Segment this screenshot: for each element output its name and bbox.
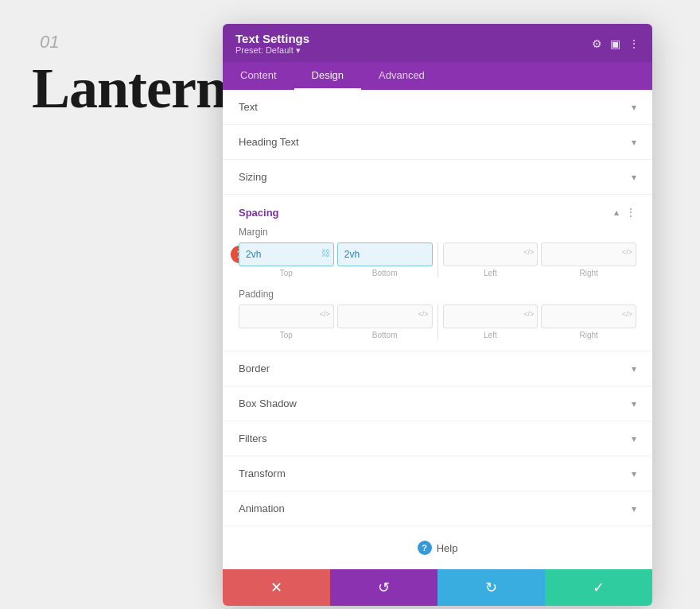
margin-fields: 1 ⛓ Top Bottom [239,242,636,277]
section-text[interactable]: Text ▾ [223,90,652,125]
margin-bottom-sublabel: Bottom [372,269,398,277]
page-number: 01 [40,32,59,52]
margin-top-input[interactable] [239,242,334,266]
section-border[interactable]: Border ▾ [223,351,652,386]
modal-header-icons: ⚙ ▣ ⋮ [592,37,640,50]
page-heading: Lanterns [32,56,248,122]
section-border-label: Border [239,363,270,374]
padding-bottom-wrap: </> Bottom [337,304,433,339]
padding-label: Padding [239,289,636,300]
margin-bottom-input[interactable] [337,242,433,266]
margin-right-wrap: </> Right [541,242,636,277]
margin-left-sublabel: Left [484,269,497,277]
save-button[interactable]: ✓ [545,569,652,606]
chevron-boxshadow-icon: ▾ [632,398,636,409]
section-filters-label: Filters [239,433,266,444]
chevron-animation-icon: ▾ [632,503,636,514]
help-row[interactable]: ? Help [223,526,652,569]
tab-advanced[interactable]: Advanced [361,62,442,90]
margin-top-wrap: ⛓ Top [239,242,334,277]
code-icon-pad-left: </> [523,310,534,318]
modal-title: Text Settings [235,32,309,45]
margin-divider [438,242,438,277]
modal-footer: ✕ ↺ ↻ ✓ [223,569,652,606]
section-box-shadow[interactable]: Box Shadow ▾ [223,386,652,421]
section-transform-label: Transform [239,467,286,479]
code-icon-pad-right: </> [622,310,632,318]
section-transform[interactable]: Transform ▾ [223,456,652,491]
padding-left-right-pair: </> Left </> Right [443,304,637,339]
margin-top-sublabel: Top [280,269,293,277]
chevron-transform-icon: ▾ [632,468,636,479]
section-filters[interactable]: Filters ▾ [223,421,652,456]
padding-top-bottom-pair: </> Top </> Bottom [239,304,433,339]
padding-fields: </> Top </> Bottom [239,304,636,339]
padding-left-sublabel: Left [484,331,497,339]
code-icon-pad-top: </> [320,310,330,318]
section-animation-label: Animation [239,502,285,514]
margin-bottom-wrap: Bottom [337,242,433,277]
tab-design[interactable]: Design [294,62,361,90]
undo-button[interactable]: ↺ [330,569,438,606]
columns-icon[interactable]: ▣ [610,37,620,50]
chevron-border-icon: ▾ [632,363,636,374]
padding-right-wrap: </> Right [541,304,636,339]
padding-bottom-sublabel: Bottom [372,331,398,339]
modal-header: Text Settings Preset: Default ▾ ⚙ ▣ ⋮ [223,24,652,62]
margin-top-bottom-pair: ⛓ Top Bottom [239,242,433,277]
padding-left-wrap: </> Left [443,304,539,339]
modal-preset[interactable]: Preset: Default ▾ [235,45,309,56]
spacing-label: Spacing [239,207,279,219]
padding-group: Padding </> Top </> Bottom [223,289,652,351]
cancel-button[interactable]: ✕ [223,569,330,606]
padding-top-wrap: </> Top [239,304,334,339]
modal-body: Text ▾ Heading Text ▾ Sizing ▾ Spacing ▴… [223,90,652,569]
modal-title-group: Text Settings Preset: Default ▾ [235,32,309,56]
padding-right-sublabel: Right [579,331,597,339]
chevron-down-icon: ▾ [632,102,636,113]
margin-left-right-pair: </> Left </> Right [443,242,637,277]
section-animation[interactable]: Animation ▾ [223,491,652,526]
margin-label: Margin [239,227,636,238]
section-sizing-label: Sizing [239,171,266,183]
chevron-up-icon: ▴ [614,207,619,218]
spacing-header-right: ▴ ⋮ [614,206,636,219]
section-box-shadow-label: Box Shadow [239,398,297,409]
chevron-down-icon-2: ▾ [632,137,636,148]
tab-content[interactable]: Content [223,62,294,90]
chevron-down-icon-3: ▾ [632,172,636,183]
code-icon-right: </> [622,248,632,256]
section-sizing[interactable]: Sizing ▾ [223,160,652,195]
margin-group: Margin 1 ⛓ Top Bottom [223,227,652,289]
section-heading-text[interactable]: Heading Text ▾ [223,125,652,160]
text-settings-modal: Text Settings Preset: Default ▾ ⚙ ▣ ⋮ Co… [223,24,652,606]
help-text: Help [437,542,458,554]
link-icon: ⛓ [321,248,330,258]
spacing-header[interactable]: Spacing ▴ ⋮ [223,195,652,227]
padding-top-sublabel: Top [280,331,293,339]
code-icon-left: </> [523,248,534,256]
redo-button[interactable]: ↻ [438,569,545,606]
margin-right-sublabel: Right [579,269,597,277]
more-icon[interactable]: ⋮ [628,37,640,50]
settings-icon[interactable]: ⚙ [592,37,602,50]
tabs-bar: Content Design Advanced [223,62,652,90]
padding-divider [438,304,438,339]
help-icon: ? [418,541,432,555]
chevron-filters-icon: ▾ [632,433,636,444]
section-text-label: Text [239,101,258,113]
code-icon-pad-bottom: </> [418,310,428,318]
margin-left-wrap: </> Left [443,242,539,277]
spacing-more-icon[interactable]: ⋮ [625,206,636,219]
section-spacing: Spacing ▴ ⋮ Margin 1 ⛓ [223,195,652,351]
section-heading-text-label: Heading Text [239,136,299,148]
